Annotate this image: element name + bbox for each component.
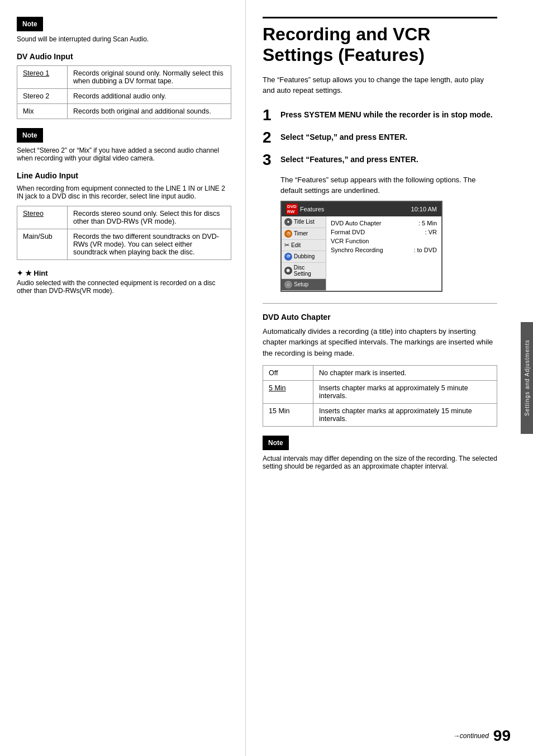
hint-label: ✦ ★ Hint xyxy=(17,269,231,277)
step-3: 3 Select “Features,” and press ENTER. xyxy=(263,152,497,168)
menu-header: DVDRW Features 10:10 AM xyxy=(282,202,441,216)
menu-sidebar: ● Title List ◷ Timer ✂ Edit ⟳ Dubbing xyxy=(282,216,326,291)
page-number-area: →continued 99 xyxy=(453,727,511,745)
page-container: Note Sound will be interrupted during Sc… xyxy=(0,0,533,756)
menu-row-synchro: Synchro Recording : to DVD xyxy=(331,245,437,254)
menu-row-format: Format DVD : VR xyxy=(331,228,437,237)
title-list-icon: ● xyxy=(284,218,292,226)
menu-content: DVD Auto Chapter : 5 Min Format DVD : VR… xyxy=(326,216,441,291)
sidebar-label-title-list: Title List xyxy=(294,219,315,225)
step1-text: Press SYSTEM MENU while the recorder is … xyxy=(280,107,493,121)
hint-icon: ✦ xyxy=(17,269,23,277)
line-audio-intro: When recording from equipment connected … xyxy=(17,185,231,200)
sidebar-label-edit: Edit xyxy=(291,242,301,248)
table-row: 15 Min Inserts chapter marks at approxim… xyxy=(263,404,497,427)
table-row: Main/Sub Records the two different sound… xyxy=(17,229,231,260)
note2-label: Note xyxy=(17,128,43,143)
dv-audio-heading: DV Audio Input xyxy=(17,52,231,61)
stereo1-label: Stereo 1 xyxy=(23,69,49,77)
table-row: Stereo 2 Records additional audio only. xyxy=(17,89,231,104)
cell-desc: Records the two different soundtracks on… xyxy=(68,229,231,260)
step-2: 2 Select “Setup,” and press ENTER. xyxy=(263,130,497,145)
menu-title: Features xyxy=(300,206,324,212)
table-row: 5 Min Inserts chapter marks at approxima… xyxy=(263,381,497,404)
note1-section: Note Sound will be interrupted during Sc… xyxy=(17,17,231,43)
cell-label: Stereo 1 xyxy=(17,66,68,89)
cell-label: Stereo 2 xyxy=(17,89,68,104)
step3-text: Select “Features,” and press ENTER. xyxy=(280,152,418,166)
menu-row-label: Format DVD xyxy=(331,229,365,235)
cell-label: Off xyxy=(263,366,313,381)
dvd-icon: DVDRW xyxy=(286,204,298,215)
dv-audio-table: Stereo 1 Records original sound only. No… xyxy=(17,65,231,119)
menu-row-vcr: VCR Function xyxy=(331,237,437,245)
cell-label: Mix xyxy=(17,104,68,119)
setup-icon: ⌂ xyxy=(284,281,292,289)
side-tab-text: Settings and Adjustments xyxy=(524,340,530,417)
step1-number: 1 xyxy=(263,107,275,123)
note1-text: Sound will be interrupted during Scan Au… xyxy=(17,35,231,43)
cell-desc: No chapter mark is inserted. xyxy=(313,366,497,381)
continued-text: →continued xyxy=(453,732,489,740)
hint-section: ✦ ★ Hint Audio selected with the connect… xyxy=(17,269,231,295)
cell-desc: Records additional audio only. xyxy=(68,89,231,104)
sidebar-label-timer: Timer xyxy=(294,230,308,237)
line-audio-table: Stereo Records stereo sound only. Select… xyxy=(17,206,231,260)
5min-label: 5 Min xyxy=(269,384,286,392)
note3-section: Note Actual intervals may differ dependi… xyxy=(263,436,497,470)
line-audio-heading: Line Audio Input xyxy=(17,171,231,180)
step2-number: 2 xyxy=(263,130,275,145)
step3-description: The “Features” setup appears with the fo… xyxy=(280,174,497,196)
menu-row-value: : 5 Min xyxy=(418,220,437,226)
sidebar-disc-setting: ◉ Disc Setting xyxy=(282,263,326,279)
page-number: 99 xyxy=(493,727,511,745)
cell-label: Main/Sub xyxy=(17,229,68,260)
page-title: Recording and VCR Settings (Features) xyxy=(263,17,497,65)
divider xyxy=(263,303,497,304)
table-row: Stereo Records stereo sound only. Select… xyxy=(17,206,231,229)
cell-desc: Records stereo sound only. Select this f… xyxy=(68,206,231,229)
left-column: Note Sound will be interrupted during Sc… xyxy=(0,0,246,756)
cell-label: Stereo xyxy=(17,206,68,229)
stereo-label: Stereo xyxy=(23,210,44,218)
sidebar-label-disc-setting: Disc Setting xyxy=(294,264,323,277)
cell-label: 5 Min xyxy=(263,381,313,404)
menu-row-value: : VR xyxy=(425,229,437,235)
note1-label: Note xyxy=(17,17,43,31)
menu-time: 10:10 AM xyxy=(411,206,437,212)
menu-row-dvd-chapter: DVD Auto Chapter : 5 Min xyxy=(331,219,437,228)
table-row: Off No chapter mark is inserted. xyxy=(263,366,497,381)
right-column: Recording and VCR Settings (Features) Th… xyxy=(246,0,520,756)
dubbing-icon: ⟳ xyxy=(284,253,292,261)
note2-text: Select “Stereo 2” or “Mix” if you have a… xyxy=(17,147,231,162)
menu-row-label: Synchro Recording xyxy=(331,247,383,253)
table-row: Mix Records both original and additional… xyxy=(17,104,231,119)
dvd-auto-chapter-table: Off No chapter mark is inserted. 5 Min I… xyxy=(263,365,497,427)
sidebar-timer: ◷ Timer xyxy=(282,228,326,240)
sidebar-label-setup: Setup xyxy=(294,281,308,287)
cell-desc: Records original sound only. Normally se… xyxy=(68,66,231,89)
side-tab: Settings and Adjustments xyxy=(521,322,533,434)
cell-label: 15 Min xyxy=(263,404,313,427)
menu-header-left: DVDRW Features xyxy=(286,204,324,215)
menu-screenshot: DVDRW Features 10:10 AM ● Title List ◷ T… xyxy=(280,201,442,292)
menu-row-value: : to DVD xyxy=(413,247,437,253)
table-row: Stereo 1 Records original sound only. No… xyxy=(17,66,231,89)
note2-section: Note Select “Stereo 2” or “Mix” if you h… xyxy=(17,128,231,162)
menu-body: ● Title List ◷ Timer ✂ Edit ⟳ Dubbing xyxy=(282,216,441,291)
edit-icon: ✂ xyxy=(284,242,289,249)
timer-icon: ◷ xyxy=(284,230,292,238)
disc-setting-icon: ◉ xyxy=(284,267,292,275)
sidebar-setup[interactable]: ⌂ Setup xyxy=(282,279,326,291)
cell-desc: Records both original and additional sou… xyxy=(68,104,231,119)
dvd-auto-chapter-text: Automatically divides a recording (a tit… xyxy=(263,326,497,359)
note3-label: Note xyxy=(263,436,289,450)
hint-text: Audio selected with the connected equipm… xyxy=(17,279,231,295)
cell-desc: Inserts chapter marks at approximately 5… xyxy=(313,381,497,404)
sidebar-label-dubbing: Dubbing xyxy=(294,253,315,259)
step-1: 1 Press SYSTEM MENU while the recorder i… xyxy=(263,107,497,123)
step3-number: 3 xyxy=(263,152,275,168)
note3-text: Actual intervals may differ depending on… xyxy=(263,455,497,470)
sidebar-dubbing: ⟳ Dubbing xyxy=(282,251,326,263)
cell-desc: Inserts chapter marks at approximately 1… xyxy=(313,404,497,427)
